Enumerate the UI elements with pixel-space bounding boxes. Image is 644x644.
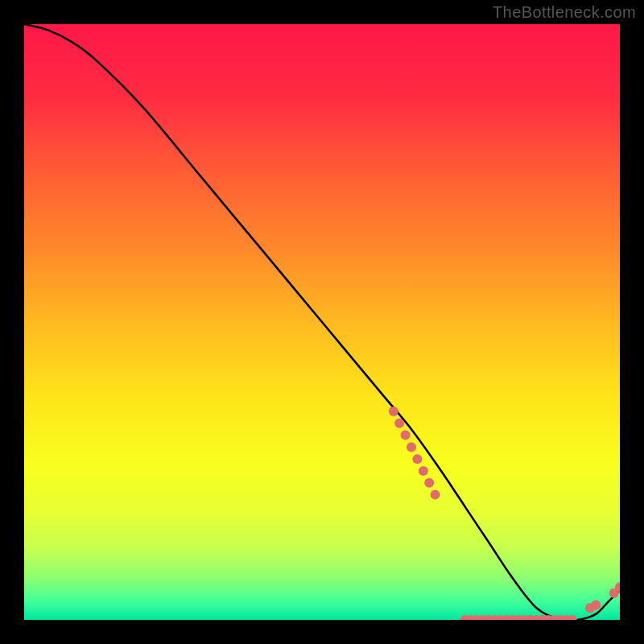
- data-marker: [412, 454, 422, 464]
- chart-stage: TheBottleneck.com: [0, 0, 644, 644]
- data-marker: [401, 431, 411, 440]
- data-marker: [389, 407, 398, 416]
- data-marker: [419, 466, 428, 476]
- data-marker: [568, 615, 577, 620]
- marker-layer: [24, 24, 620, 620]
- data-marker: [424, 478, 434, 488]
- plot-area: [24, 24, 620, 620]
- data-marker: [431, 490, 440, 500]
- data-marker: [394, 419, 404, 428]
- data-marker: [407, 442, 416, 452]
- watermark-text: TheBottleneck.com: [493, 3, 636, 22]
- data-marker: [591, 601, 601, 610]
